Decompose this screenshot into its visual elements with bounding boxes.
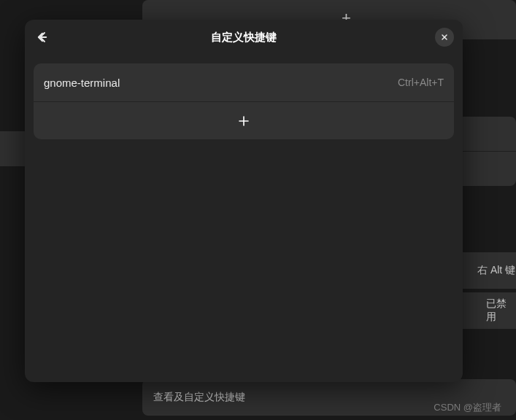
plus-icon <box>237 114 250 128</box>
dialog-header: 自定义快捷键 <box>25 20 463 55</box>
shortcuts-list: gnome-terminal Ctrl+Alt+T <box>34 63 454 139</box>
shortcut-keys: Ctrl+Alt+T <box>398 77 444 88</box>
bg-alt-label: 右 Alt 键 <box>477 264 515 277</box>
back-button[interactable] <box>34 28 51 46</box>
bg-footer-label: 查看及自定义快捷键 <box>153 391 245 404</box>
watermark: CSDN @盗理者 <box>434 401 501 414</box>
bg-disabled-label: 已禁用 <box>486 298 516 324</box>
dialog-body: gnome-terminal Ctrl+Alt+T <box>25 55 463 382</box>
custom-shortcuts-dialog: 自定义快捷键 gnome-terminal Ctrl+Alt+T <box>25 20 463 382</box>
shortcut-name: gnome-terminal <box>44 77 120 89</box>
close-button[interactable] <box>435 28 454 47</box>
dialog-title: 自定义快捷键 <box>211 31 277 44</box>
arrow-left-icon <box>36 31 49 44</box>
bg-alt-row: 右 Alt 键 <box>460 252 516 289</box>
close-icon <box>440 33 449 42</box>
shortcut-row[interactable]: gnome-terminal Ctrl+Alt+T <box>34 63 454 101</box>
bg-disabled-row: 已禁用 <box>460 292 516 329</box>
add-shortcut-button[interactable] <box>34 101 454 139</box>
